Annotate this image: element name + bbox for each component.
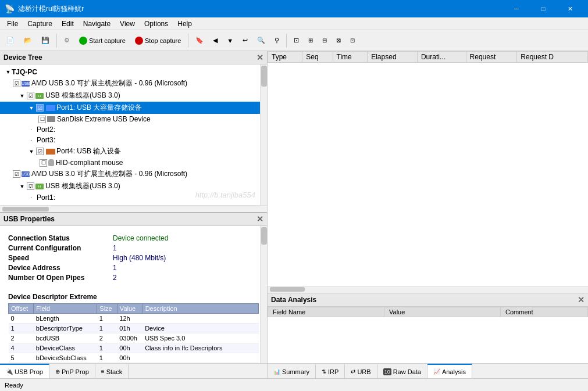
col3-icon: ⊠ xyxy=(336,37,341,44)
menu-file[interactable]: File xyxy=(2,19,23,29)
tree-item-2[interactable]: ▼ ☑ Port1: USB 大容量存储设备 xyxy=(0,102,267,114)
tree-item-4[interactable]: · Port2: xyxy=(0,124,267,135)
export-button[interactable]: ⊡ xyxy=(290,33,303,49)
capture-table[interactable]: Type Seq Time Elapsed Durati... Request … xyxy=(268,51,588,286)
col-type: Type xyxy=(268,52,302,63)
expand-9[interactable]: ▼ xyxy=(19,183,26,190)
title-bar-left: 📡 滤桥汁棍rul防骚样鱿r xyxy=(5,4,84,14)
stop-capture-label: Stop capture xyxy=(145,37,181,44)
expand-4[interactable]: · xyxy=(28,126,35,133)
save-button[interactable]: 💾 xyxy=(37,33,54,49)
device-tree-close[interactable]: ✕ xyxy=(256,53,263,62)
maximize-button[interactable]: □ xyxy=(530,0,557,17)
tree-item-3[interactable]: ☐ SanDisk Extreme USB Device xyxy=(0,114,267,124)
expand-6[interactable]: ▼ xyxy=(28,148,35,155)
title-bar-controls: ─ □ ✕ xyxy=(503,0,583,17)
tab-raw-data[interactable]: 10 Raw Data xyxy=(377,364,427,378)
desc-description-2: USB Spec 3.0 xyxy=(142,333,258,343)
desc-row-2: 2 bcdUSB 2 0300h USB Spec 3.0 xyxy=(9,333,259,343)
menu-bar: File Capture Edit Navigate View Options … xyxy=(0,17,588,30)
stop-capture-button[interactable]: Stop capture xyxy=(131,33,185,49)
checkbox-0[interactable]: ☑ xyxy=(13,80,20,87)
props-scrollbar[interactable] xyxy=(260,226,267,363)
tree-item-9[interactable]: ▼ ☑ H USB 根集线器(USB 3.0) xyxy=(0,180,267,192)
checkbox-2[interactable]: ☑ xyxy=(36,104,44,112)
desc-description-4 xyxy=(142,353,258,363)
expand-10[interactable]: · xyxy=(28,194,35,201)
tree-item-6[interactable]: ▼ ☑ Port4: USB 输入设备 xyxy=(0,145,267,157)
prop-address: Device Address 1 xyxy=(8,264,259,272)
root-expand-icon[interactable]: ▼ xyxy=(5,69,12,76)
tab-usb-prop[interactable]: 🔌 USB Prop xyxy=(0,364,49,378)
checkbox-1[interactable]: ☑ xyxy=(27,92,34,99)
tree-item-10[interactable]: · Port1: xyxy=(0,192,267,203)
tab-urb[interactable]: ⇄ URB xyxy=(345,364,377,378)
open-button[interactable]: 📂 xyxy=(20,33,36,49)
desc-description-5 xyxy=(142,363,258,364)
menu-edit[interactable]: Edit xyxy=(57,19,79,29)
new-button[interactable]: 📄 xyxy=(2,33,19,49)
tree-hscrollbar[interactable] xyxy=(0,205,267,212)
menu-navigate[interactable]: Navigate xyxy=(79,19,115,29)
checkbox-9[interactable]: ☑ xyxy=(27,182,34,190)
tab-pnp-prop[interactable]: ⊕ PnP Prop xyxy=(49,364,95,378)
tab-analysis[interactable]: 📈 Analysis xyxy=(427,364,472,378)
section-title: Device Descriptor Extreme xyxy=(8,293,259,301)
expand-1[interactable]: ▼ xyxy=(19,92,26,99)
usb-props-close[interactable]: ✕ xyxy=(256,214,263,224)
bookmark-button[interactable]: 🔖 xyxy=(191,33,208,49)
tab-irp[interactable]: ⇅ IRP xyxy=(316,364,345,378)
usb-props-header: USB Properties ✕ xyxy=(0,213,267,226)
minimize-button[interactable]: ─ xyxy=(503,0,530,17)
menu-options[interactable]: Options xyxy=(140,19,173,29)
descriptor-table: Offset Field Size Value Description 0 bL… xyxy=(8,303,259,363)
checkbox-7[interactable]: ☐ xyxy=(40,159,47,167)
summary-icon: 📊 xyxy=(273,368,280,375)
tree-item-7[interactable]: ☐ HID-compliant mouse xyxy=(0,157,267,168)
expand-2[interactable]: ▼ xyxy=(28,105,35,112)
device-tree-header: Device Tree ✕ xyxy=(0,51,267,64)
search-button[interactable]: 🔍 xyxy=(253,33,269,49)
tree-root[interactable]: ▼ TJQ-PC xyxy=(0,67,267,77)
device-tree-content[interactable]: ▼ TJQ-PC ☑ USB AMD USB 3.0 可扩展主机控制器 - 0.… xyxy=(0,64,267,205)
tree-item-5[interactable]: · Port3: xyxy=(0,135,267,145)
tree-item-0[interactable]: ☑ USB AMD USB 3.0 可扩展主机控制器 - 0.96 (Micro… xyxy=(0,77,267,89)
toolbar-sep-2 xyxy=(188,34,188,48)
menu-help[interactable]: Help xyxy=(173,19,197,29)
tree-scrollbar[interactable] xyxy=(260,64,267,205)
col3-button[interactable]: ⊠ xyxy=(332,33,345,49)
tree-item-8[interactable]: ☑ USB AMD USB 3.0 可扩展主机控制器 - 0.96 (Micro… xyxy=(0,168,267,180)
col2-button[interactable]: ⊟ xyxy=(318,33,331,49)
table-scroll-area[interactable]: Type Seq Time Elapsed Durati... Request … xyxy=(268,51,588,286)
filter-button[interactable]: ⚙ xyxy=(60,33,74,49)
tree-item-1[interactable]: ▼ ☑ H USB 根集线器(USB 3.0) xyxy=(0,89,267,102)
analysis-close[interactable]: ✕ xyxy=(578,295,585,304)
expand-5[interactable]: · xyxy=(28,137,35,144)
col1-button[interactable]: ⊞ xyxy=(304,33,317,49)
tab-stack[interactable]: ≡ Stack xyxy=(95,364,129,378)
capture-hscrollbar[interactable] xyxy=(268,286,588,293)
props-scrollbar-thumb[interactable] xyxy=(261,227,267,245)
tree-scrollbar-thumb[interactable] xyxy=(261,66,267,87)
checkbox-8[interactable]: ☑ xyxy=(13,170,20,178)
capture-hscrollbar-thumb[interactable] xyxy=(270,287,305,292)
search2-button[interactable]: ⚲ xyxy=(270,33,283,49)
tab-summary[interactable]: 📊 Summary xyxy=(268,364,316,378)
filter2-button[interactable]: ▼ xyxy=(223,33,237,49)
refresh-button[interactable]: ↩ xyxy=(238,33,252,49)
device-tree-panel: Device Tree ✕ ▼ TJQ-PC ☑ USB xyxy=(0,51,267,213)
usb-icon-8: USB xyxy=(22,171,30,177)
checkbox-3[interactable]: ☐ xyxy=(38,116,46,123)
status-bar: Ready xyxy=(0,378,588,391)
hub-icon-9: H xyxy=(35,184,44,189)
prev-button[interactable]: ◀ xyxy=(209,33,222,49)
tree-hscrollbar-thumb[interactable] xyxy=(2,207,49,211)
usb-prop-icon: 🔌 xyxy=(6,368,13,375)
menu-view[interactable]: View xyxy=(115,19,140,29)
checkbox-6[interactable]: ☑ xyxy=(36,148,44,155)
start-capture-button[interactable]: Start capture xyxy=(75,33,130,49)
col-field: Field xyxy=(34,304,97,314)
close-button[interactable]: ✕ xyxy=(557,0,583,17)
col4-button[interactable]: ⊡ xyxy=(346,33,359,49)
menu-capture[interactable]: Capture xyxy=(23,19,57,29)
